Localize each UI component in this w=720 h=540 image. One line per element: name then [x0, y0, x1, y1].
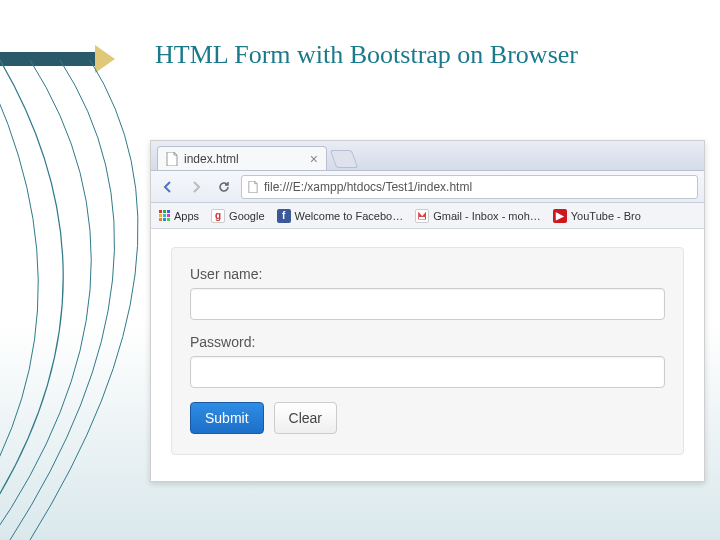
slide-accent-bar: [0, 52, 95, 66]
reload-button[interactable]: [213, 176, 235, 198]
tab-strip: index.html ×: [151, 141, 704, 171]
file-icon: [248, 181, 258, 193]
clear-button[interactable]: Clear: [274, 402, 337, 434]
apps-icon: [159, 210, 170, 221]
arrow-right-icon: [189, 180, 203, 194]
file-icon: [166, 152, 178, 166]
form-card: User name: Password: Submit Clear: [171, 247, 684, 455]
reload-icon: [217, 180, 231, 194]
back-button[interactable]: [157, 176, 179, 198]
password-input[interactable]: [190, 356, 665, 388]
url-text: file:///E:/xampp/htdocs/Test1/index.html: [264, 180, 472, 194]
page-content: User name: Password: Submit Clear: [151, 229, 704, 481]
bookmark-label: YouTube - Bro: [571, 210, 641, 222]
bookmark-google[interactable]: g Google: [211, 209, 264, 223]
bookmark-youtube[interactable]: ▶ YouTube - Bro: [553, 209, 641, 223]
bookmark-label: Welcome to Facebo…: [295, 210, 404, 222]
bookmark-label: Gmail - Inbox - moh…: [433, 210, 541, 222]
bookmarks-bar: Apps g Google f Welcome to Facebo… Gmail…: [151, 203, 704, 229]
username-input[interactable]: [190, 288, 665, 320]
address-bar[interactable]: file:///E:/xampp/htdocs/Test1/index.html: [241, 175, 698, 199]
submit-button[interactable]: Submit: [190, 402, 264, 434]
gmail-icon: [415, 209, 429, 223]
facebook-icon: f: [277, 209, 291, 223]
button-row: Submit Clear: [190, 402, 665, 434]
bookmark-apps[interactable]: Apps: [159, 210, 199, 222]
bookmark-label: Apps: [174, 210, 199, 222]
arrow-left-icon: [161, 180, 175, 194]
username-label: User name:: [190, 266, 665, 282]
new-tab-button[interactable]: [330, 150, 359, 168]
bookmark-facebook[interactable]: f Welcome to Facebo…: [277, 209, 404, 223]
bookmark-label: Google: [229, 210, 264, 222]
password-label: Password:: [190, 334, 665, 350]
browser-toolbar: file:///E:/xampp/htdocs/Test1/index.html: [151, 171, 704, 203]
google-icon: g: [211, 209, 225, 223]
browser-window: index.html × file:///E:/xampp/htdocs/Tes…: [150, 140, 705, 482]
slide-accent-arrow: [95, 45, 115, 73]
tab-title: index.html: [184, 152, 304, 166]
browser-tab[interactable]: index.html ×: [157, 146, 327, 170]
close-icon[interactable]: ×: [310, 151, 318, 167]
bookmark-gmail[interactable]: Gmail - Inbox - moh…: [415, 209, 541, 223]
forward-button[interactable]: [185, 176, 207, 198]
youtube-icon: ▶: [553, 209, 567, 223]
slide-title: HTML Form with Bootstrap on Browser: [155, 40, 578, 70]
